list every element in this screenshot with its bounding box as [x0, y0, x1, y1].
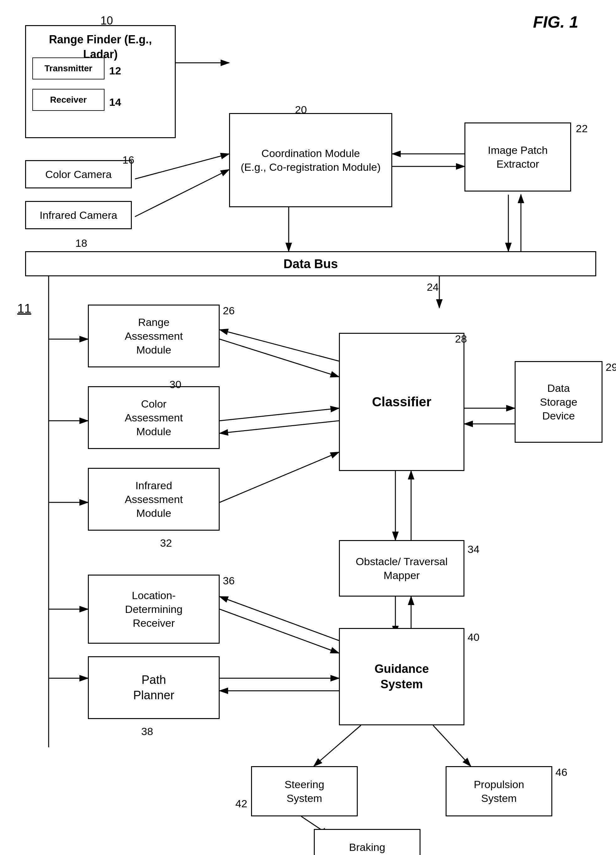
- propulsion-system-label: Propulsion System: [474, 777, 524, 805]
- ref-22: 22: [576, 123, 588, 135]
- infrared-camera-box: Infrared Camera: [25, 201, 132, 229]
- fig-title: FIG. 1: [533, 12, 578, 31]
- svg-line-20: [220, 408, 339, 421]
- ref-12: 12: [109, 64, 121, 78]
- ref-30: 30: [170, 378, 181, 391]
- svg-line-30: [220, 597, 339, 640]
- image-patch-extractor-box: Image Patch Extractor: [465, 123, 571, 192]
- ref-40: 40: [468, 631, 480, 644]
- guidance-system-label: Guidance System: [374, 661, 429, 693]
- ref-34: 34: [468, 543, 480, 555]
- ref-20: 20: [295, 104, 307, 116]
- data-bus-label: Data Bus: [283, 256, 338, 272]
- data-storage-box: Data Storage Device: [515, 361, 602, 443]
- svg-line-5: [135, 170, 229, 217]
- ref-18: 18: [75, 237, 87, 249]
- svg-line-4: [135, 154, 229, 179]
- transmitter-box: Transmitter: [32, 57, 104, 80]
- obstacle-mapper-box: Obstacle/ Traversal Mapper: [339, 540, 465, 597]
- ref-28: 28: [455, 333, 467, 345]
- ref-29: 29: [606, 361, 616, 373]
- data-storage-label: Data Storage Device: [540, 381, 577, 423]
- data-bus-box: Data Bus: [25, 251, 596, 276]
- transmitter-label: Transmitter: [44, 63, 93, 74]
- steering-system-box: Steering System: [251, 766, 358, 817]
- coordination-module-box: Coordination Module (E.g., Co-registrati…: [229, 113, 392, 207]
- location-receiver-box: Location- Determining Receiver: [88, 575, 220, 644]
- ref-16: 16: [122, 154, 134, 166]
- color-camera-label: Color Camera: [45, 167, 112, 181]
- propulsion-system-box: Propulsion System: [446, 766, 552, 817]
- diagram: FIG. 1: [0, 0, 616, 855]
- steering-system-label: Steering System: [284, 777, 324, 805]
- svg-line-18: [220, 339, 339, 377]
- ref-42: 42: [235, 798, 247, 810]
- infrared-assessment-label: Infrared Assessment Module: [125, 478, 183, 520]
- ref-36: 36: [223, 575, 235, 587]
- color-camera-box: Color Camera: [25, 160, 132, 188]
- range-assessment-box: Range Assessment Module: [88, 305, 220, 367]
- braking-system-label: Braking System: [349, 840, 385, 855]
- path-planner-box: Path Planner: [88, 656, 220, 719]
- infrared-camera-label: Infrared Camera: [40, 208, 118, 222]
- ref-24: 24: [427, 281, 439, 293]
- svg-line-34: [433, 725, 471, 766]
- color-assessment-box: Color Assessment Module: [88, 386, 220, 449]
- ref-46: 46: [555, 766, 567, 778]
- range-finder-box: Range Finder (E.g., Ladar) Transmitter R…: [25, 25, 176, 138]
- color-assessment-label: Color Assessment Module: [125, 397, 183, 439]
- ref-26: 26: [223, 305, 235, 317]
- ref-11: 11: [17, 302, 31, 316]
- ref-38: 38: [141, 725, 153, 737]
- svg-line-21: [220, 421, 339, 433]
- receiver-box: Receiver: [32, 89, 104, 111]
- infrared-assessment-box: Infrared Assessment Module: [88, 468, 220, 531]
- classifier-label: Classifier: [372, 394, 431, 411]
- location-receiver-label: Location- Determining Receiver: [125, 588, 182, 630]
- ref-32: 32: [160, 537, 172, 549]
- path-planner-label: Path Planner: [133, 672, 174, 703]
- obstacle-mapper-label: Obstacle/ Traversal Mapper: [356, 555, 448, 582]
- ref-10: 10: [101, 14, 113, 27]
- svg-line-29: [220, 609, 339, 653]
- guidance-system-box: Guidance System: [339, 628, 465, 725]
- coordination-module-label: Coordination Module (E.g., Co-registrati…: [241, 146, 381, 174]
- braking-system-box: Braking System: [314, 829, 420, 855]
- receiver-label: Receiver: [50, 94, 87, 106]
- svg-line-19: [220, 330, 339, 361]
- ref-14: 14: [109, 95, 121, 109]
- classifier-box: Classifier: [339, 333, 465, 471]
- image-patch-extractor-label: Image Patch Extractor: [488, 143, 548, 171]
- svg-line-33: [314, 725, 361, 766]
- range-assessment-label: Range Assessment Module: [125, 315, 183, 357]
- svg-line-22: [220, 452, 339, 503]
